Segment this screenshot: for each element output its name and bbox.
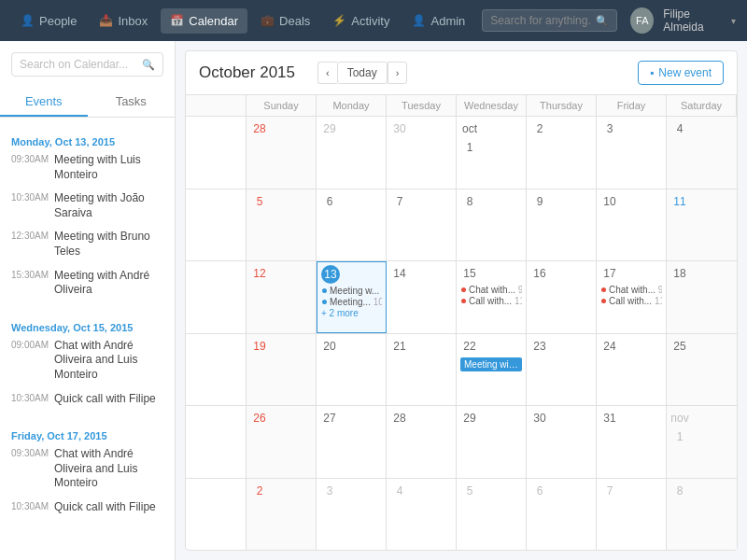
day-cell[interactable]: 16 xyxy=(527,261,597,333)
nav-activity[interactable]: ⚡ Activity xyxy=(323,8,399,34)
nav-calendar[interactable]: 📅 Calendar xyxy=(161,8,247,34)
day-number: 30 xyxy=(390,119,409,138)
cal-event[interactable]: Chat with... 9:00am xyxy=(460,285,522,295)
day-cell[interactable]: 8 xyxy=(457,189,527,261)
day-cell[interactable]: 28 xyxy=(387,406,457,478)
day-cell[interactable]: 17Chat with... 9:00amCall with... 11:30a… xyxy=(597,261,667,333)
day-cell[interactable]: 10 xyxy=(597,189,667,261)
day-cell[interactable]: 7 xyxy=(387,189,457,261)
day-cell[interactable]: 20 xyxy=(317,334,387,406)
event-title: Meeting with João Saraiva xyxy=(54,191,163,220)
event-time: 10:30AM xyxy=(11,500,49,515)
day-number: 17 xyxy=(600,264,619,283)
week-num-col xyxy=(186,334,247,406)
day-cell[interactable]: 13Meeting w... 9:30amMeeting... 10:30am+… xyxy=(317,261,387,333)
event-time: 15:30AM xyxy=(11,269,49,298)
day-number: 20 xyxy=(320,337,339,356)
prev-month-button[interactable]: ‹ xyxy=(317,62,337,84)
day-cell[interactable]: 9 xyxy=(527,189,597,261)
calendar-search[interactable]: 🔍 xyxy=(11,52,163,77)
day-cell[interactable]: 6 xyxy=(527,479,597,551)
day-cell[interactable]: 12 xyxy=(247,261,317,333)
day-cell[interactable]: 7 xyxy=(597,479,667,551)
day-number: 25 xyxy=(670,337,689,356)
list-item[interactable]: 10:30AMQuick call with Filipe xyxy=(11,392,163,407)
today-button[interactable]: Today xyxy=(337,62,388,84)
day-cell[interactable]: 31 xyxy=(597,406,667,478)
day-cell[interactable]: 28 xyxy=(247,117,317,189)
search-input[interactable] xyxy=(490,14,590,27)
day-number: 23 xyxy=(530,337,549,356)
day-cell[interactable]: 18 xyxy=(667,261,737,333)
event-label: Chat with... 9:00am xyxy=(469,285,522,295)
day-cell[interactable]: 29 xyxy=(317,117,387,189)
day-cell[interactable]: 19 xyxy=(247,334,317,406)
day-number: 27 xyxy=(320,409,339,427)
day-cell[interactable]: 4 xyxy=(667,117,737,189)
list-item[interactable]: 12:30AMMeeting with Bruno Teles xyxy=(11,230,163,259)
day-cell[interactable]: 30 xyxy=(527,406,597,478)
day-cell[interactable]: oct 1 xyxy=(457,117,527,189)
header-wednesday: Wednesday xyxy=(457,95,527,116)
day-cell[interactable]: 25 xyxy=(667,334,737,406)
tab-tasks[interactable]: Tasks xyxy=(88,88,176,117)
event-group: Wednesday, Oct 15, 201509:00AMChat with … xyxy=(0,311,175,419)
more-events[interactable]: + 2 more xyxy=(321,308,382,318)
day-cell[interactable]: 27 xyxy=(317,406,387,478)
global-search[interactable]: 🔍 xyxy=(482,9,617,32)
new-event-button[interactable]: ▪ New event xyxy=(638,61,724,85)
day-cell[interactable]: 2 xyxy=(527,117,597,189)
day-number: oct 1 xyxy=(460,119,479,138)
day-number: 2 xyxy=(250,482,269,500)
tab-events[interactable]: Events xyxy=(0,88,88,117)
list-item[interactable]: 09:00AMChat with André Oliveira and Luis… xyxy=(11,339,163,383)
calendar-search-input[interactable] xyxy=(20,58,137,71)
event-group: Monday, Oct 13, 201509:30AMMeeting with … xyxy=(0,125,175,311)
day-cell[interactable]: 4 xyxy=(387,479,457,551)
day-cell[interactable]: 23 xyxy=(527,334,597,406)
day-cell[interactable]: 26 xyxy=(247,406,317,478)
day-number: 6 xyxy=(530,482,549,500)
list-item[interactable]: 09:30AMMeeting with Luis Monteiro xyxy=(11,153,163,182)
next-month-button[interactable]: › xyxy=(388,62,408,84)
day-cell[interactable]: 24 xyxy=(597,334,667,406)
nav-inbox[interactable]: 📥 Inbox xyxy=(90,8,157,34)
day-number: 24 xyxy=(600,337,619,356)
list-item[interactable]: 10:30AMQuick call with Filipe xyxy=(11,500,163,515)
day-cell[interactable]: 5 xyxy=(457,479,527,551)
event-title: Chat with André Oliveira and Luis Montei… xyxy=(54,339,163,383)
nav-people[interactable]: 👤 People xyxy=(11,8,86,34)
day-cell[interactable]: 29 xyxy=(457,406,527,478)
day-cell[interactable]: 2 xyxy=(247,479,317,551)
day-cell[interactable]: 3 xyxy=(597,117,667,189)
day-cell[interactable]: 5 xyxy=(247,189,317,261)
cal-event[interactable]: Meeting w... 9:30am xyxy=(321,286,382,296)
day-cell[interactable]: 14 xyxy=(387,261,457,333)
day-cell[interactable]: 11 xyxy=(667,189,737,261)
day-cell[interactable]: 15Chat with... 9:00amCall with... 11:30a… xyxy=(457,261,527,333)
cal-event[interactable]: Call with... 11:30am xyxy=(460,296,522,306)
day-number: 28 xyxy=(250,119,269,138)
event-time: 10:30AM xyxy=(11,392,49,407)
cal-event[interactable]: Chat with... 9:00am xyxy=(600,285,662,295)
cal-event[interactable]: Meeting... 10:30am xyxy=(321,297,382,307)
nav-admin[interactable]: 👤 Admin xyxy=(402,8,474,34)
list-item[interactable]: 09:30AMChat with André Oliveira and Luis… xyxy=(11,447,163,491)
list-item[interactable]: 10:30AMMeeting with João Saraiva xyxy=(11,191,163,220)
nav-deals[interactable]: 💼 Deals xyxy=(251,8,319,34)
list-item[interactable]: 15:30AMMeeting with André Oliveira xyxy=(11,269,163,298)
day-cell[interactable]: 21 xyxy=(387,334,457,406)
event-bar[interactable]: Meeting with Andr... xyxy=(460,357,522,371)
cal-event[interactable]: Call with... 11:30am xyxy=(600,296,662,306)
day-cell[interactable]: 22Meeting with Andr... xyxy=(457,334,527,406)
week-num-col xyxy=(186,189,247,261)
day-cell[interactable]: 6 xyxy=(317,189,387,261)
day-cell[interactable]: 30 xyxy=(387,117,457,189)
user-name[interactable]: Filipe Almeida xyxy=(663,7,726,34)
day-cell[interactable]: nov 1 xyxy=(667,406,737,478)
event-title: Quick call with Filipe xyxy=(54,392,156,407)
header-monday: Monday xyxy=(317,95,387,116)
day-cell[interactable]: 3 xyxy=(317,479,387,551)
day-cell[interactable]: 8 xyxy=(667,479,737,551)
event-dot xyxy=(601,287,606,292)
